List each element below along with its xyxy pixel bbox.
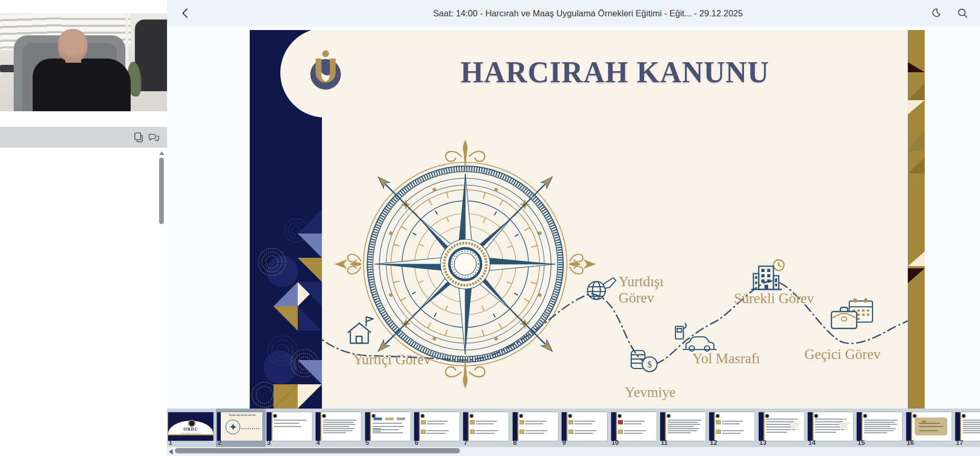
webcam-video[interactable] <box>0 13 167 111</box>
filmstrip-cell: 5 <box>364 409 413 447</box>
thumbnail-slide-12[interactable] <box>709 412 754 441</box>
search-icon[interactable] <box>957 7 968 19</box>
filmstrip-cell: ORDUÜNİVERSİTESİ1 <box>167 409 216 447</box>
thumbnail-number: 17 <box>956 439 963 447</box>
star-watermark: ★ <box>836 415 852 433</box>
cover-title: ORDU <box>168 427 213 432</box>
thumbnail-number: 9 <box>562 439 566 447</box>
thumbnail-number: 4 <box>316 439 320 447</box>
label-surekli-gorev: Sürekli Görev <box>732 290 816 307</box>
top-bar: Saat: 14:00 - Harcırah ve Maaş Uygulama … <box>167 0 980 26</box>
thumbnail-number: 13 <box>759 439 767 447</box>
thumbnail-slide-16[interactable]: ⬤ <box>906 412 952 441</box>
filmstrip-cell: ★13 <box>758 409 807 447</box>
scroll-left-icon[interactable] <box>169 449 173 454</box>
moon-icon[interactable] <box>932 7 943 19</box>
thumbnail-number: 14 <box>808 439 816 447</box>
thumbnail-slide-15[interactable] <box>857 412 902 441</box>
thumbnail-slide-2[interactable]: HARCIRAH KANUNU✦ <box>217 412 262 441</box>
filmstrip-cell: ★14 <box>807 409 856 447</box>
thumbnail-slide-8[interactable] <box>513 412 558 441</box>
thumbnail-slide-3[interactable] <box>267 412 312 441</box>
filmstrip-cell: 11 <box>659 409 708 447</box>
label-yevmiye: Yevmiye <box>613 384 687 401</box>
filmstrip-cell: 12 <box>708 409 757 447</box>
panel-toolbar <box>0 127 167 148</box>
house-flag-icon <box>348 317 373 343</box>
presenter-face <box>58 29 87 62</box>
filmstrip-cell: 17 <box>954 409 980 447</box>
thumbnail-slide-5[interactable] <box>365 412 410 441</box>
presentation-area: Saat: 14:00 - Harcırah ve Maaş Uygulama … <box>167 0 980 456</box>
presenter-body <box>33 59 131 111</box>
cover-subtitle: ÜNİVERSİTESİ <box>168 432 213 435</box>
filmstrip-cell: HARCIRAH KANUNU✦2 <box>216 409 265 447</box>
mini-slide-title: HARCIRAH KANUNU <box>222 414 262 416</box>
filmstrip-cell: 6 <box>413 409 462 447</box>
filmstrip-cell: 10 <box>610 409 659 447</box>
thumbnail-number: 15 <box>857 439 865 447</box>
thumbnail-number: 12 <box>710 439 717 447</box>
coins-icon: $ <box>631 351 657 372</box>
session-title: Saat: 14:00 - Harcırah ve Maaş Uygulama … <box>433 0 743 26</box>
meeting-app-window: Saat: 14:00 - Harcırah ve Maaş Uygulama … <box>0 0 980 456</box>
filmstrip-cell: 4 <box>315 409 364 447</box>
thumbnail-number: 1 <box>169 439 172 447</box>
thumbnail-number: 16 <box>907 439 914 447</box>
slide-viewport: HARCIRAH KANUNU <box>167 26 980 409</box>
thumbnail-slide-6[interactable] <box>414 412 459 441</box>
mini-compass-icon: ✦ <box>226 420 240 434</box>
thumbnail-number: 7 <box>464 439 467 447</box>
thumbnail-slide-1[interactable]: ORDUÜNİVERSİTESİ <box>168 412 213 441</box>
briefcase-calendar-icon <box>831 298 873 328</box>
scroll-up-icon[interactable] <box>159 151 164 155</box>
thumbnail-number: 5 <box>366 439 369 447</box>
thumbnail-number: 2 <box>218 439 221 447</box>
filmstrip-cell: 7 <box>462 409 511 447</box>
filmstrip-cell: 15 <box>856 409 905 447</box>
copy-pages-icon[interactable] <box>133 132 144 143</box>
building-clock-icon <box>751 260 784 289</box>
label-gecici-gorev: Geçici Görev <box>798 346 887 363</box>
horizontal-scrollbar-thumb[interactable] <box>175 448 460 453</box>
filmstrip-cell: 8 <box>512 409 561 447</box>
globe-plane-icon <box>587 278 616 299</box>
svg-text:$: $ <box>648 360 652 370</box>
filmstrip-cell: 3 <box>266 409 315 447</box>
slide-filmstrip[interactable]: ORDUÜNİVERSİTESİ1HARCIRAH KANUNU✦2345678… <box>167 409 980 447</box>
label-yol-masrafi: Yol Masrafı <box>692 351 760 367</box>
thumbnail-slide-17[interactable] <box>955 412 980 441</box>
thumbnail-number: 10 <box>612 439 619 447</box>
participants-panel <box>0 0 167 456</box>
vertical-scrollbar[interactable] <box>159 158 164 224</box>
current-slide: HARCIRAH KANUNU <box>250 30 925 409</box>
back-chevron-icon[interactable] <box>180 7 192 20</box>
filmstrip-cell: ⬤16 <box>905 409 954 447</box>
thumbnail-number: 6 <box>415 439 418 447</box>
star-watermark: ★ <box>787 415 802 433</box>
filmstrip-scrollbar <box>167 447 980 456</box>
thumbnail-number: 8 <box>513 439 517 447</box>
thumbnail-slide-4[interactable] <box>316 412 361 441</box>
thumbnail-number: 11 <box>661 439 668 447</box>
filmstrip-cell: 9 <box>561 409 610 447</box>
thumbnail-number: 3 <box>267 439 271 447</box>
thumbnail-slide-13[interactable]: ★ <box>759 412 804 441</box>
fuel-car-icon <box>675 323 717 351</box>
thumbnail-slide-14[interactable]: ★ <box>808 412 853 441</box>
thumbnail-slide-7[interactable] <box>463 412 508 441</box>
thumbnail-slide-9[interactable] <box>562 412 607 441</box>
chat-bubbles-icon[interactable] <box>148 132 160 143</box>
label-yurtdisi-gorev: Yurtdışı Görev <box>619 274 664 306</box>
thumbnail-slide-11[interactable] <box>660 412 705 441</box>
thumbnail-slide-10[interactable] <box>611 412 656 441</box>
label-yurtici-gorev: Yurtiçi Görev <box>339 352 445 368</box>
